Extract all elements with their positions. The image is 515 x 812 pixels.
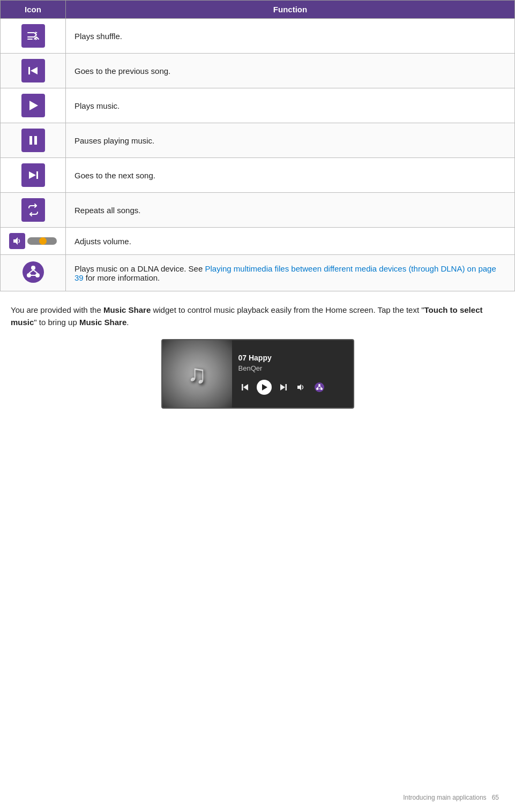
widget-dlna-button[interactable] [312, 380, 326, 394]
play-icon [21, 94, 45, 117]
desc-period: . [126, 318, 129, 327]
svg-rect-4 [34, 136, 37, 145]
repeat-icon [21, 198, 45, 222]
table-header-icon: Icon [1, 1, 66, 19]
svg-marker-2 [29, 101, 38, 110]
volume-slider-icon [27, 237, 57, 245]
svg-marker-18 [280, 384, 285, 390]
table-row: Plays music on a DLNA device. See Playin… [1, 255, 515, 291]
table-row: Pauses playing music. [1, 123, 515, 158]
icon-cell-shuffle [1, 19, 66, 54]
svg-marker-1 [31, 67, 38, 74]
svg-point-8 [23, 261, 44, 283]
volume-speaker-icon [9, 233, 25, 249]
shuffle-icon [21, 24, 45, 48]
pause-icon [21, 129, 45, 152]
desc-text-before: You are provided with the [11, 305, 103, 314]
widget-play-button[interactable] [257, 380, 272, 395]
svg-rect-19 [285, 384, 287, 390]
music-widget-container: ♫ 07 Happy BenQer [0, 339, 515, 409]
widget-info: 07 Happy BenQer [232, 348, 353, 400]
function-text-pause: Pauses playing music. [66, 123, 515, 158]
widget-volume-button[interactable] [294, 380, 308, 394]
function-text-repeat: Repeats all songs. [66, 193, 515, 228]
function-text-next: Goes to the next song. [66, 158, 515, 193]
table-row: Goes to the next song. [1, 158, 515, 193]
widget-prev-button[interactable] [238, 380, 252, 394]
function-text-play: Plays music. [66, 88, 515, 123]
table-row: Goes to the previous song. [1, 54, 515, 88]
page-wrapper: Icon Function [0, 0, 515, 812]
svg-point-21 [315, 382, 324, 392]
svg-marker-20 [297, 384, 301, 390]
function-text-volume: Adjusts volume. [66, 228, 515, 255]
svg-point-9 [31, 266, 35, 270]
desc-text-middle: widget to control music playback easily … [151, 305, 424, 314]
page-number: 65 [492, 794, 499, 801]
dlna-text-after: for more information. [84, 273, 160, 282]
description-paragraph: You are provided with the Music Share wi… [11, 304, 504, 328]
desc-bold-music-share-2: Music Share [79, 318, 126, 327]
volume-knob [39, 237, 47, 245]
function-text-dlna: Plays music on a DLNA device. See Playin… [66, 255, 515, 291]
footer-text: Introducing main applications [403, 794, 486, 801]
icon-cell-play [1, 88, 66, 123]
volume-control-icon [9, 233, 57, 249]
dlna-text-before: Plays music on a DLNA device. See [74, 264, 205, 273]
widget-artist-name: BenQer [238, 364, 347, 372]
svg-marker-17 [262, 384, 267, 390]
table-header-function: Function [66, 1, 515, 19]
svg-point-22 [318, 384, 320, 386]
svg-rect-0 [28, 67, 30, 74]
icon-cell-previous [1, 54, 66, 88]
previous-icon [21, 59, 45, 82]
widget-track-name: 07 Happy [238, 354, 347, 362]
icon-cell-next [1, 158, 66, 193]
svg-rect-3 [29, 136, 32, 145]
table-row: Adjusts volume. [1, 228, 515, 255]
table-row: Plays shuffle. [1, 19, 515, 54]
icon-function-table: Icon Function [0, 0, 515, 291]
widget-controls [238, 380, 347, 395]
music-note-icon: ♫ [188, 359, 207, 389]
icon-cell-volume [1, 228, 66, 255]
table-row: Plays music. [1, 88, 515, 123]
next-icon [21, 163, 45, 187]
dlna-icon [21, 260, 45, 284]
icon-cell-repeat [1, 193, 66, 228]
function-text-shuffle: Plays shuffle. [66, 19, 515, 54]
table-row: Repeats all songs. [1, 193, 515, 228]
desc-bold-music-share-1: Music Share [103, 305, 151, 314]
music-widget: ♫ 07 Happy BenQer [161, 339, 354, 409]
icon-cell-dlna [1, 255, 66, 291]
desc-text-end: " to bring up [34, 318, 79, 327]
album-art: ♫ [162, 339, 232, 409]
svg-rect-6 [36, 171, 38, 179]
function-text-previous: Goes to the previous song. [66, 54, 515, 88]
svg-rect-15 [242, 384, 243, 390]
svg-marker-5 [29, 171, 36, 179]
svg-marker-16 [243, 384, 248, 390]
svg-marker-7 [13, 237, 18, 245]
icon-cell-pause [1, 123, 66, 158]
widget-next-button[interactable] [276, 380, 290, 394]
page-footer: Introducing main applications 65 [0, 794, 499, 801]
